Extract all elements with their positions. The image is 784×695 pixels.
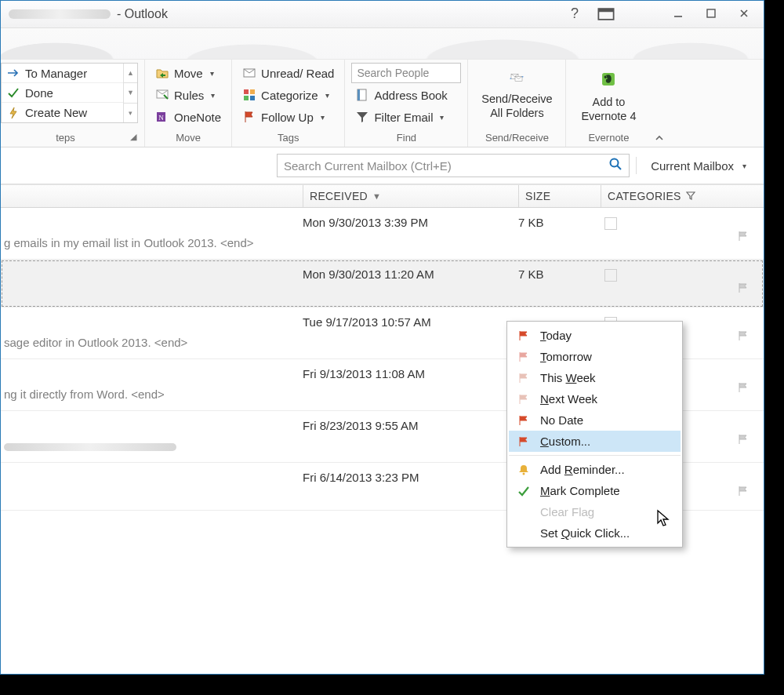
svg-rect-3 [707,9,715,17]
categorize-label: Categorize [261,89,318,102]
menu-item-label: Next Week [540,392,597,406]
unread-read-button[interactable]: Unread/ Read [238,63,338,83]
followup-button[interactable]: Follow Up▾ [238,107,338,127]
onenote-button[interactable]: N OneNote [151,107,225,127]
group-label-find: Find [351,129,461,147]
help-icon[interactable]: ? [566,5,583,27]
search-people-input[interactable]: Search People [351,63,461,83]
menu-item-custom[interactable]: Custom... [509,431,681,452]
close-button[interactable] [728,2,760,24]
menu-item-mark-complete[interactable]: Mark Complete [509,480,681,501]
rules-button[interactable]: Rules▾ [151,85,225,105]
filter-email-button[interactable]: Filter Email▾ [351,107,461,127]
message-flag-icon[interactable] [737,329,750,344]
flag-icon [517,329,531,342]
message-flag-icon[interactable] [737,433,750,448]
move-button[interactable]: Move▾ [151,63,225,83]
menu-item-set-quick-click[interactable]: Set Quick Click... [509,522,681,544]
onenote-icon: N [155,110,169,124]
maximize-button[interactable] [695,2,728,24]
column-header-categories[interactable]: CATEGORIES [601,185,764,207]
send-receive-icon [503,66,531,89]
dialog-launcher-icon[interactable]: ◢ [130,128,138,147]
scroll-down-icon[interactable]: ▼ [124,82,137,102]
category-box[interactable] [604,217,617,230]
category-box[interactable] [604,269,617,282]
search-scope-label: Current Mailbox [651,159,734,173]
ribbon-display-options-icon[interactable] [597,5,615,27]
outlook-window: - Outlook ? [0,0,764,675]
svg-rect-10 [244,89,249,94]
move-label: Move [174,67,203,80]
address-book-icon [355,88,369,102]
message-flag-icon[interactable] [737,282,750,297]
search-icon[interactable] [608,157,622,175]
lightning-icon [6,106,20,120]
search-placeholder: Search Current Mailbox (Ctrl+E) [284,159,452,173]
evernote-icon [595,66,622,93]
app-title: - Outlook [117,7,168,21]
column-header-received[interactable]: RECEIVED ▼ [303,185,518,207]
scroll-up-icon[interactable]: ▲ [124,64,137,82]
group-label-tags: Tags [238,129,338,147]
menu-item-clear-flag: Clear Flag [509,501,681,522]
quick-step-to-manager[interactable]: To Manager [2,64,123,83]
forward-icon [6,66,20,80]
quick-step-create-new[interactable]: Create New [2,103,123,122]
svg-rect-1 [598,9,613,12]
quick-step-label: To Manager [25,67,87,80]
flag-icon [517,414,531,427]
categorize-icon [242,88,256,102]
group-label-sendreceive: Send/Receive [474,129,559,147]
menu-item-this-week[interactable]: This Week [509,367,681,388]
menu-item-label: Set Quick Click... [540,526,630,540]
followup-label: Follow Up [261,111,314,124]
message-received: Tue 9/17/2013 10:57 AM [303,315,518,329]
menu-item-tomorrow[interactable]: Tomorrow [509,346,681,367]
send-receive-button[interactable]: Send/ReceiveAll Folders [474,63,559,120]
gallery-scroll[interactable]: ▲ ▼ ▾ [123,64,137,122]
menu-item-label: Tomorrow [540,350,592,363]
menu-separator [509,455,681,456]
search-scope-dropdown[interactable]: Current Mailbox ▾ [643,159,754,173]
menu-item-no-date[interactable]: No Date [509,409,681,431]
svg-rect-12 [244,96,249,100]
message-received: Mon 9/30/2013 3:39 PM [303,216,518,230]
folder-move-icon [155,66,169,80]
message-flag-icon[interactable] [737,381,750,396]
categorize-button[interactable]: Categorize▾ [238,85,338,105]
quick-step-label: Create New [25,106,87,119]
ribbon: To Manager Done Create New [1,60,764,147]
column-header-subject[interactable] [1,185,303,207]
group-label-evernote: Evernote [572,129,644,147]
menu-item-add-reminder[interactable]: Add Reminder... [509,459,681,480]
message-flag-icon[interactable] [737,230,750,245]
ribbon-background [1,28,764,60]
quick-step-label: Done [25,86,53,100]
column-header-size[interactable]: SIZE [518,185,601,207]
menu-item-next-week[interactable]: Next Week [509,388,681,409]
message-flag-icon[interactable] [737,485,750,500]
account-name-blur [9,9,111,19]
svg-line-20 [617,166,621,169]
search-row: Search Current Mailbox (Ctrl+E) Current … [1,147,764,184]
message-received: Fri 8/23/2013 9:55 AM [303,419,518,433]
message-size: 7 KB [518,267,597,282]
quick-steps-gallery[interactable]: To Manager Done Create New [1,63,138,123]
title-bar: - Outlook ? [1,1,764,28]
minimize-button[interactable] [662,2,695,24]
rules-icon [155,88,169,102]
quick-step-done[interactable]: Done [2,83,123,103]
message-row[interactable]: Mon 9/30/2013 3:39 PM7 KBg emails in my … [1,208,764,260]
menu-item-today[interactable]: Today [509,325,681,346]
gallery-expand-icon[interactable]: ▾ [124,103,137,122]
message-row[interactable]: Mon 9/30/2013 11:20 AM7 KB [1,260,764,307]
flag-icon [517,351,531,363]
address-book-button[interactable]: Address Book [351,85,461,105]
filter-label: Filter Email [374,111,433,124]
evernote-button[interactable]: Add toEvernote 4 [572,63,644,123]
menu-item-label: This Week [540,371,596,384]
search-mailbox-input[interactable]: Search Current Mailbox (Ctrl+E) [277,154,630,177]
message-subject: g emails in my email list in Outlook 201… [1,230,764,249]
collapse-ribbon-icon[interactable] [651,60,668,147]
